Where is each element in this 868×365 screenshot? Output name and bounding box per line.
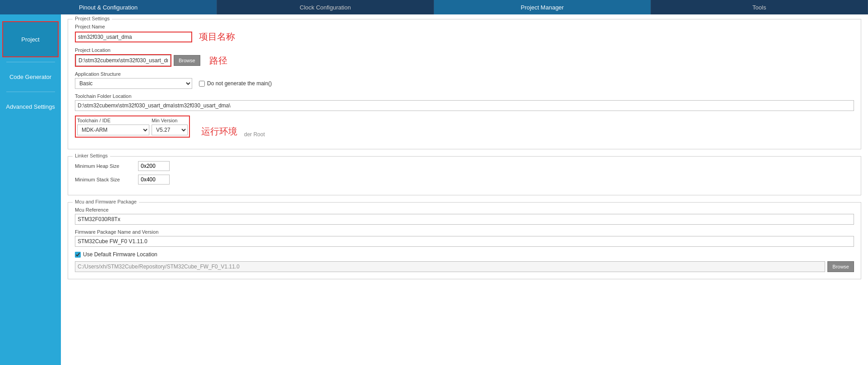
min-version-subgroup: Min Version V5.27 V5.36 V5.37 <box>152 118 188 135</box>
project-name-input[interactable] <box>75 32 192 42</box>
toolchain-ide-select[interactable]: MDK-ARM IAR SW4STM32 TrueStudio <box>77 125 149 135</box>
toolchain-ide-label: Toolchain / IDE <box>77 118 149 123</box>
use-default-fw-label: Use Default Firmware Location <box>83 251 157 258</box>
app-structure-select[interactable]: Basic Advanced <box>75 78 192 89</box>
app-structure-group: Application Structure Basic Advanced Do … <box>75 71 854 89</box>
project-location-row <box>75 54 171 67</box>
toolchain-annotation: 运行环境 <box>201 125 237 138</box>
sidebar-item-project[interactable]: Project <box>2 21 59 57</box>
use-default-fw-root-label: der Root <box>244 131 265 138</box>
project-settings-title: Project Settings <box>73 16 112 21</box>
fw-location-browse-button[interactable]: Browse <box>827 261 854 272</box>
content-area: Project Settings Project Name 项目名称 Proje… <box>61 14 868 365</box>
project-settings-section: Project Settings Project Name 项目名称 Proje… <box>68 19 861 149</box>
fw-package-label: Firmware Package Name and Version <box>75 229 854 235</box>
toolchain-folder-group: Toolchain Folder Location <box>75 93 854 111</box>
sidebar-divider-1 <box>6 62 55 62</box>
fw-package-input[interactable] <box>75 236 854 247</box>
use-default-fw-row: Use Default Firmware Location <box>75 251 854 258</box>
main-layout: Project Code Generator Advanced Settings… <box>0 14 868 365</box>
sidebar-item-advanced-settings[interactable]: Advanced Settings <box>0 94 61 119</box>
project-name-row: 项目名称 <box>75 31 854 43</box>
project-location-label: Project Location <box>75 47 854 53</box>
sidebar: Project Code Generator Advanced Settings <box>0 14 61 365</box>
project-location-browse-button[interactable]: Browse <box>174 55 200 66</box>
toolchain-ide-subgroup: Toolchain / IDE MDK-ARM IAR SW4STM32 Tru… <box>77 118 149 135</box>
min-heap-input[interactable] <box>138 161 170 171</box>
mcu-ref-label: Mcu Reference <box>75 207 854 213</box>
project-location-input[interactable] <box>76 55 171 66</box>
toolchain-annotation-row: Toolchain / IDE MDK-ARM IAR SW4STM32 Tru… <box>75 116 854 138</box>
fw-location-row: Browse <box>75 261 854 272</box>
toolchain-outlined-box: Toolchain / IDE MDK-ARM IAR SW4STM32 Tru… <box>75 116 190 138</box>
tab-pinout[interactable]: Pinout & Configuration <box>0 0 217 14</box>
min-heap-label: Minimum Heap Size <box>75 163 134 169</box>
fw-location-input <box>75 261 825 272</box>
project-location-inner <box>75 54 171 67</box>
use-default-fw-checkbox[interactable] <box>75 252 81 258</box>
min-version-label: Min Version <box>152 118 188 123</box>
sidebar-divider-2 <box>6 92 55 92</box>
toolchain-folder-input[interactable] <box>75 100 854 111</box>
toolchain-folder-label: Toolchain Folder Location <box>75 93 854 99</box>
mcu-firmware-section: Mcu and Firmware Package Mcu Reference F… <box>68 202 861 279</box>
app-structure-label: Application Structure <box>75 71 854 77</box>
linker-settings-section: Linker Settings Minimum Heap Size Minimu… <box>68 156 861 195</box>
top-navigation: Pinout & Configuration Clock Configurati… <box>0 0 868 14</box>
no-main-checkbox-label: Do not generate the main() <box>199 80 272 87</box>
min-version-select[interactable]: V5.27 V5.36 V5.37 <box>152 125 188 135</box>
project-location-group: Project Location Browse 路径 <box>75 47 854 67</box>
fw-package-group: Firmware Package Name and Version <box>75 229 854 247</box>
project-location-annotation: 路径 <box>209 55 227 67</box>
min-stack-row: Minimum Stack Size <box>75 175 854 185</box>
no-main-checkbox[interactable] <box>199 81 205 87</box>
tab-tools[interactable]: Tools <box>651 0 868 14</box>
no-main-label-text: Do not generate the main() <box>207 80 272 87</box>
toolchain-ide-group: Toolchain / IDE MDK-ARM IAR SW4STM32 Tru… <box>75 116 854 138</box>
min-stack-label: Minimum Stack Size <box>75 177 134 182</box>
sidebar-item-code-generator[interactable]: Code Generator <box>0 65 61 89</box>
mcu-ref-input[interactable] <box>75 214 854 225</box>
project-name-annotation: 项目名称 <box>199 31 235 43</box>
tab-clock[interactable]: Clock Configuration <box>217 0 434 14</box>
mcu-firmware-title: Mcu and Firmware Package <box>73 199 139 204</box>
min-heap-row: Minimum Heap Size <box>75 161 854 171</box>
project-name-label: Project Name <box>75 24 854 29</box>
linker-settings-title: Linker Settings <box>73 153 110 158</box>
mcu-ref-group: Mcu Reference <box>75 207 854 225</box>
min-stack-input[interactable] <box>138 175 170 185</box>
project-name-group: Project Name 项目名称 <box>75 24 854 43</box>
tab-project-manager[interactable]: Project Manager <box>434 0 651 14</box>
